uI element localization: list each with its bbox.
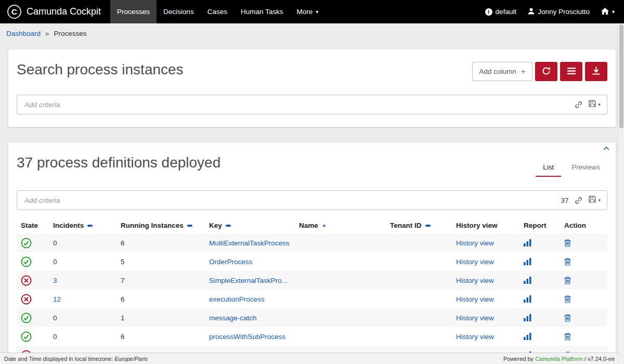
- report-icon[interactable]: [524, 333, 556, 340]
- column-label: Key: [209, 222, 222, 229]
- column-header-report[interactable]: Report: [519, 217, 560, 233]
- brand-link[interactable]: C Camunda Cockpit: [7, 5, 101, 19]
- definition-search-bar: 37 ▾: [17, 190, 607, 210]
- name-cell: [295, 233, 386, 252]
- report-icon[interactable]: [524, 295, 556, 303]
- add-column-button[interactable]: Add column +: [472, 62, 532, 81]
- save-search-button[interactable]: ▾: [589, 100, 601, 109]
- history-view-link[interactable]: History view: [456, 277, 494, 284]
- nav-item-human-tasks[interactable]: Human Tasks: [234, 0, 290, 23]
- key-cell: processWithSubProcess: [205, 327, 295, 346]
- delete-icon[interactable]: [564, 314, 603, 322]
- history-view-link[interactable]: History view: [456, 333, 494, 341]
- process-key-link[interactable]: OrderProcess: [209, 258, 252, 266]
- incidents-count-link[interactable]: 3: [53, 277, 57, 284]
- chevron-down-icon: ▾: [598, 102, 601, 107]
- delete-icon[interactable]: [564, 333, 603, 341]
- state-cell: [17, 233, 49, 252]
- report-icon[interactable]: [524, 277, 556, 284]
- nav-item-cases[interactable]: Cases: [201, 0, 234, 23]
- column-label: State: [21, 222, 38, 229]
- chevron-down-icon: ▾: [598, 198, 601, 203]
- sort-ascending-icon[interactable]: ▲: [322, 223, 327, 228]
- delete-icon[interactable]: [564, 239, 603, 247]
- nav-item-decisions[interactable]: Decisions: [157, 0, 201, 23]
- process-definition-row: 06processWithSubProcessHistory view: [17, 327, 607, 346]
- process-key-link[interactable]: message-catch: [209, 314, 257, 322]
- definition-criteria-input[interactable]: [23, 196, 554, 205]
- plus-icon: +: [521, 68, 526, 76]
- tab-list[interactable]: List: [536, 160, 561, 177]
- delete-icon[interactable]: [564, 258, 603, 266]
- engine-selector[interactable]: i default: [485, 8, 517, 16]
- process-definitions-panel: 37 process definitions deployed List Pre…: [8, 142, 616, 364]
- tab-previews[interactable]: Previews: [564, 160, 607, 177]
- nav-item-label: Processes: [117, 8, 150, 16]
- instance-criteria-input[interactable]: [23, 100, 568, 109]
- running-instances-count: 6: [121, 295, 125, 303]
- breadcrumb-dashboard-link[interactable]: Dashboard: [6, 30, 41, 37]
- column-header-history-view[interactable]: History view: [452, 217, 519, 233]
- save-search-button[interactable]: ▾: [589, 196, 601, 205]
- copy-link-icon[interactable]: [575, 101, 582, 109]
- navbar-right: i default Jonny Prosciutto ▾: [485, 8, 624, 16]
- sort-remove-icon[interactable]: [226, 225, 231, 227]
- process-key-link[interactable]: SimpleExternalTaskPro...: [209, 277, 288, 284]
- column-label: Report: [524, 222, 547, 229]
- incidents-count-link[interactable]: 12: [53, 295, 61, 303]
- collapse-panel-icon[interactable]: [603, 147, 609, 150]
- process-key-link[interactable]: processWithSubProcess: [209, 333, 285, 341]
- history-view-link[interactable]: History view: [456, 314, 494, 322]
- home-icon: [601, 8, 609, 16]
- history-cell: History view: [452, 290, 519, 308]
- report-cell: [519, 327, 560, 346]
- column-header-running-instances[interactable]: Running Instances: [116, 217, 205, 233]
- instance-search-bar: ▾: [17, 95, 607, 114]
- column-header-key[interactable]: Key: [205, 217, 295, 233]
- running-instances-count: 7: [121, 277, 125, 284]
- report-cell: [519, 271, 560, 290]
- column-header-state[interactable]: State: [17, 217, 49, 233]
- download-button[interactable]: [585, 62, 607, 81]
- column-header-action[interactable]: Action: [560, 217, 607, 233]
- action-cell: [560, 233, 607, 252]
- refresh-button[interactable]: [535, 62, 557, 81]
- report-icon[interactable]: [524, 258, 556, 265]
- sort-remove-icon[interactable]: [187, 225, 192, 227]
- report-icon[interactable]: [524, 239, 556, 246]
- key-cell: message-catch: [205, 308, 295, 327]
- history-view-link[interactable]: History view: [456, 239, 494, 247]
- history-view-link[interactable]: History view: [456, 258, 494, 266]
- column-label: History view: [456, 222, 498, 229]
- sort-remove-icon[interactable]: [425, 225, 431, 227]
- delete-icon[interactable]: [564, 277, 603, 284]
- action-cell: [560, 271, 607, 290]
- running-instances-count: 6: [121, 333, 125, 341]
- state-cell: [17, 308, 49, 327]
- sort-remove-icon[interactable]: [87, 225, 93, 227]
- nav-item-processes[interactable]: Processes: [110, 0, 157, 23]
- report-icon[interactable]: [524, 314, 556, 321]
- column-header-incidents[interactable]: Incidents: [49, 217, 116, 233]
- definitions-panel-title: 37 process definitions deployed: [17, 154, 220, 172]
- column-header-name[interactable]: Name▲: [295, 217, 386, 233]
- camunda-platform-link[interactable]: Camunda Platform: [535, 356, 583, 362]
- delete-icon[interactable]: [564, 295, 603, 303]
- history-cell: History view: [452, 252, 519, 271]
- process-definition-row: 126executionProcessHistory view: [17, 290, 607, 308]
- history-view-link[interactable]: History view: [456, 295, 494, 303]
- column-header-tenant-id[interactable]: Tenant ID: [386, 217, 452, 233]
- list-view-button[interactable]: [560, 62, 582, 81]
- nav-item-more[interactable]: More▾: [290, 0, 325, 23]
- incidents-cell: 0: [49, 252, 116, 271]
- column-label: Running Instances: [121, 222, 184, 229]
- process-key-link[interactable]: MultiExternalTaskProcess: [209, 239, 290, 247]
- vertical-scrollbar[interactable]: [618, 23, 624, 364]
- action-cell: [560, 327, 607, 346]
- process-key-link[interactable]: executionProcess: [209, 295, 265, 303]
- home-menu[interactable]: ▾: [601, 8, 615, 16]
- user-menu[interactable]: Jonny Prosciutto: [528, 8, 590, 16]
- engine-name: default: [496, 8, 517, 16]
- copy-link-icon[interactable]: [575, 197, 582, 204]
- scrollbar-thumb[interactable]: [619, 24, 623, 128]
